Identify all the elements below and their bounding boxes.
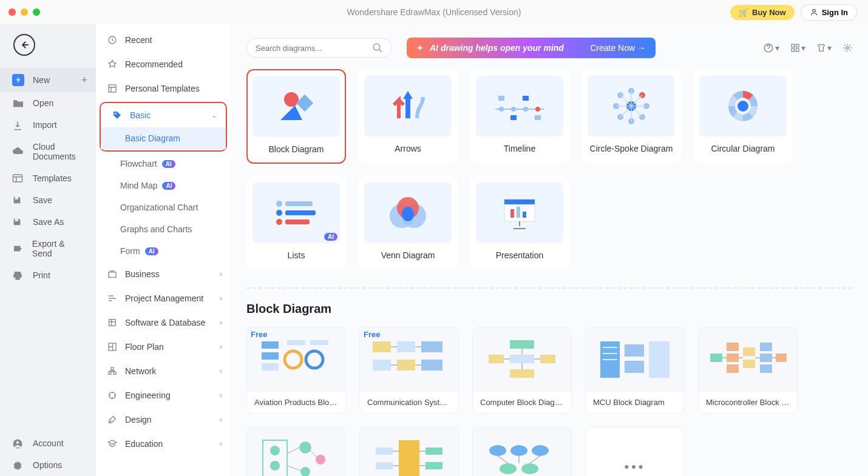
grid-icon[interactable]: ▾ xyxy=(790,42,805,53)
close-window-button[interactable] xyxy=(8,8,16,16)
design-icon xyxy=(107,414,118,425)
tile-block-diagram[interactable]: Block Diagram xyxy=(246,69,346,164)
template-card[interactable]: Free Aviation Products Block D... xyxy=(246,327,346,414)
search-icon[interactable] xyxy=(372,42,383,53)
cat-form[interactable]: Form AI xyxy=(96,240,231,262)
svg-point-29 xyxy=(523,107,528,112)
tile-circular-diagram[interactable]: Circular Diagram xyxy=(693,69,793,164)
cat-project-management[interactable]: Project Management › xyxy=(96,286,231,310)
svg-point-27 xyxy=(499,107,504,112)
cat-personal-templates[interactable]: Personal Templates xyxy=(96,76,231,101)
nav-cloud-label: Cloud Documents xyxy=(33,142,84,161)
shirt-icon[interactable]: ▾ xyxy=(816,42,832,53)
svg-rect-89 xyxy=(510,369,534,378)
add-icon[interactable]: + xyxy=(81,74,87,87)
buy-now-button[interactable]: 🛒 Buy Now xyxy=(730,5,795,20)
cat-software-database[interactable]: Software & Database › xyxy=(96,310,231,335)
svg-rect-67 xyxy=(523,212,526,218)
nav-print[interactable]: Print xyxy=(0,264,96,286)
template-label: Aviation Products Block D... xyxy=(247,392,345,413)
nav-export[interactable]: Export & Send xyxy=(0,233,96,264)
search-input[interactable] xyxy=(256,44,372,53)
tile-arrows[interactable]: Arrows xyxy=(358,69,458,164)
cat-graphs-label: Graphs and Charts xyxy=(120,224,192,234)
cat-mind-map[interactable]: Mind Map AI xyxy=(96,175,231,196)
template-card[interactable] xyxy=(359,427,459,476)
chevron-right-icon: › xyxy=(220,415,222,424)
user-icon xyxy=(810,8,818,16)
svg-point-57 xyxy=(276,219,282,225)
template-card[interactable]: MCU Block Diagram xyxy=(585,327,685,414)
nav-options[interactable]: Options xyxy=(0,454,96,476)
tile-venn-diagram[interactable]: Venn Diagram xyxy=(358,176,458,269)
svg-point-30 xyxy=(535,107,540,112)
badge-icon xyxy=(107,59,118,70)
nav-new[interactable]: + New + xyxy=(0,68,96,92)
cat-basic-diagram[interactable]: Basic Diagram xyxy=(101,127,226,149)
template-more[interactable]: ••• xyxy=(585,427,685,476)
template-card[interactable]: Free Communication System B... xyxy=(359,327,459,414)
svg-point-55 xyxy=(276,210,282,216)
cat-network[interactable]: Network › xyxy=(96,359,231,383)
svg-rect-110 xyxy=(760,354,772,362)
cat-flowchart[interactable]: Flowchart AI xyxy=(96,153,231,175)
cat-org-chart[interactable]: Organizational Chart xyxy=(96,196,231,218)
network-icon xyxy=(107,366,118,377)
cat-floor-plan[interactable]: Floor Plan › xyxy=(96,335,231,359)
svg-point-7 xyxy=(115,113,117,115)
tile-timeline[interactable]: Timeline xyxy=(470,69,569,164)
nav-new-label: New xyxy=(33,75,50,85)
nav-cloud-documents[interactable]: Cloud Documents xyxy=(0,136,96,167)
cat-basic-label: Basic xyxy=(130,110,151,120)
template-card[interactable]: Microcontroller Block Diag... xyxy=(698,327,798,414)
cat-design[interactable]: Design › xyxy=(96,407,231,432)
cat-recommended-label: Recommended xyxy=(125,59,183,69)
cat-recent[interactable]: Recent xyxy=(96,28,231,52)
svg-rect-104 xyxy=(727,343,739,351)
svg-rect-79 xyxy=(421,341,442,352)
search-box[interactable] xyxy=(246,38,392,58)
cat-basic[interactable]: Basic ⌄ xyxy=(101,103,226,127)
nav-save-as[interactable]: Save As xyxy=(0,211,96,233)
folder-icon xyxy=(12,98,24,108)
cloud-icon xyxy=(12,147,24,156)
cat-graphs-charts[interactable]: Graphs and Charts xyxy=(96,218,231,240)
nav-open[interactable]: Open xyxy=(0,92,96,114)
nav-import[interactable]: Import xyxy=(0,114,96,136)
nav-save[interactable]: Save xyxy=(0,189,96,211)
basic-category-highlight: Basic ⌄ Basic Diagram xyxy=(100,102,227,152)
nav-import-label: Import xyxy=(33,120,57,130)
svg-rect-105 xyxy=(727,354,739,362)
cat-engineering[interactable]: Engineering › xyxy=(96,383,231,407)
svg-point-0 xyxy=(812,9,815,12)
cat-education[interactable]: Education › xyxy=(96,432,231,456)
svg-rect-12 xyxy=(114,372,116,374)
nav-account-label: Account xyxy=(33,438,64,448)
nav-templates-label: Templates xyxy=(33,173,72,183)
sign-in-button[interactable]: Sign In xyxy=(801,4,857,21)
template-card[interactable]: Computer Block Diagram xyxy=(472,327,572,414)
svg-rect-88 xyxy=(510,355,534,363)
settings-icon[interactable] xyxy=(843,42,852,53)
template-card[interactable] xyxy=(472,427,572,476)
help-icon[interactable]: ▾ xyxy=(763,42,779,53)
svg-line-140 xyxy=(498,456,508,463)
nav-account[interactable]: Account xyxy=(0,432,96,454)
clock-icon xyxy=(107,35,118,45)
back-button[interactable] xyxy=(13,34,35,56)
template-card[interactable] xyxy=(246,427,346,476)
cat-floor-label: Floor Plan xyxy=(125,342,164,352)
minimize-window-button[interactable] xyxy=(21,8,28,16)
ai-badge: AI xyxy=(162,160,175,168)
svg-rect-98 xyxy=(625,361,644,373)
maximize-window-button[interactable] xyxy=(33,8,40,16)
nav-templates[interactable]: Templates xyxy=(0,167,96,189)
tile-circle-spoke[interactable]: Circle-Spoke Diagram xyxy=(581,69,681,164)
cat-business[interactable]: Business › xyxy=(96,262,231,286)
ai-banner[interactable]: ✦ AI drawing helps open your mind Create… xyxy=(407,38,656,58)
cat-recommended[interactable]: Recommended xyxy=(96,52,231,76)
nav-export-label: Export & Send xyxy=(32,239,84,258)
tile-presentation[interactable]: Presentation xyxy=(470,176,569,269)
education-icon xyxy=(107,438,118,449)
tile-lists[interactable]: AI Lists xyxy=(246,176,346,269)
